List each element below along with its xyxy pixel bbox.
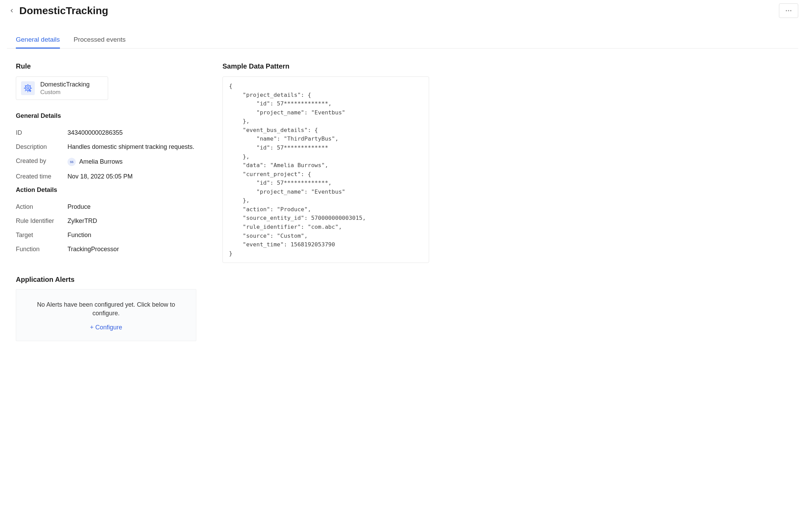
ellipsis-icon — [785, 7, 792, 14]
rule-type: Custom — [40, 89, 90, 96]
section-title-sample-data: Sample Data Pattern — [222, 62, 429, 70]
field-value: 3434000000286355 — [67, 129, 202, 136]
field-value: Produce — [67, 203, 202, 211]
more-actions-button[interactable] — [779, 3, 798, 18]
field-created-by: Created by ss Amelia Burrows — [16, 154, 202, 170]
page-title: DomesticTracking — [19, 5, 108, 17]
rule-settings-icon — [21, 81, 35, 95]
tab-general-details[interactable]: General details — [16, 32, 60, 48]
field-target: Target Function — [16, 228, 202, 242]
svg-point-1 — [788, 10, 789, 11]
field-label: Description — [16, 143, 67, 151]
tab-processed-events[interactable]: Processed events — [74, 32, 126, 48]
field-label: Rule Identifier — [16, 217, 67, 225]
field-rule-identifier: Rule Identifier ZylkerTRD — [16, 214, 202, 228]
field-id: ID 3434000000286355 — [16, 126, 202, 140]
field-label: Created time — [16, 173, 67, 180]
svg-point-0 — [786, 10, 787, 11]
chevron-left-icon — [9, 8, 14, 13]
field-value: Function — [67, 232, 202, 239]
field-label: ID — [16, 129, 67, 136]
field-value: Handles domestic shipment tracking reque… — [67, 143, 202, 151]
alerts-empty-message: No Alerts have been configured yet. Clic… — [24, 300, 188, 318]
configure-alerts-link[interactable]: + Configure — [24, 324, 188, 331]
tab-bar: General details Processed events — [7, 32, 798, 49]
page-header: DomesticTracking — [7, 3, 798, 18]
field-value: ZylkerTRD — [67, 217, 202, 225]
rule-card[interactable]: DomesticTracking Custom — [16, 76, 108, 100]
avatar: ss — [67, 158, 76, 166]
alerts-empty-state: No Alerts have been configured yet. Clic… — [16, 289, 196, 341]
svg-point-3 — [27, 87, 29, 89]
section-title-application-alerts: Application Alerts — [16, 276, 202, 284]
section-title-rule: Rule — [16, 62, 202, 70]
user-name: Amelia Burrows — [79, 158, 123, 165]
section-title-action-details: Action Details — [16, 186, 202, 194]
field-label: Function — [16, 246, 67, 253]
field-value: Nov 18, 2022 05:05 PM — [67, 173, 202, 180]
user-chip: ss Amelia Burrows — [67, 158, 123, 166]
field-function: Function TrackingProcessor — [16, 242, 202, 256]
field-description: Description Handles domestic shipment tr… — [16, 140, 202, 154]
back-button[interactable] — [7, 6, 17, 16]
svg-point-2 — [790, 10, 791, 11]
section-title-general-details: General Details — [16, 112, 202, 120]
rule-name: DomesticTracking — [40, 80, 90, 89]
field-label: Created by — [16, 157, 67, 166]
field-value: TrackingProcessor — [67, 246, 202, 253]
field-label: Action — [16, 203, 67, 211]
sample-data-code: { "project_details": { "id": 57*********… — [222, 76, 429, 263]
field-created-time: Created time Nov 18, 2022 05:05 PM — [16, 170, 202, 184]
field-label: Target — [16, 232, 67, 239]
field-action: Action Produce — [16, 200, 202, 214]
